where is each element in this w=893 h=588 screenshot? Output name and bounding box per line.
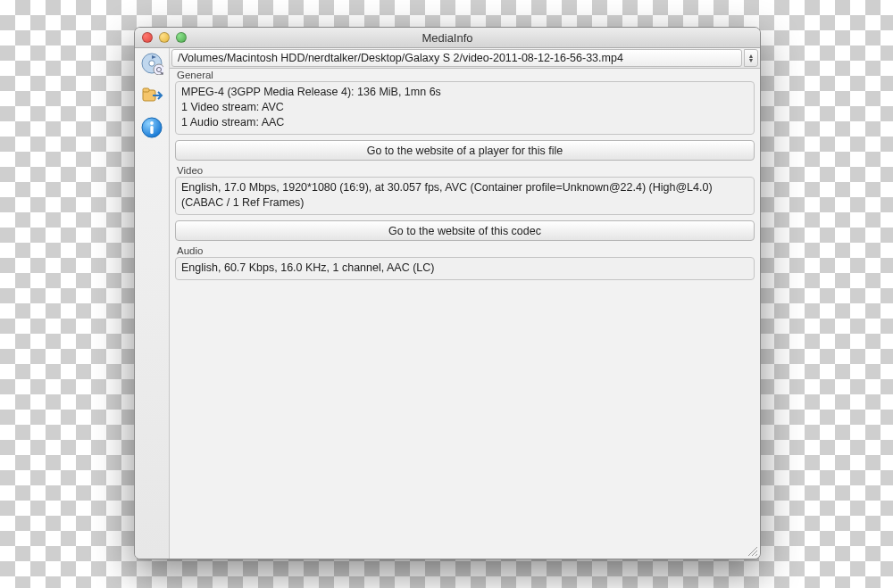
video-line-1: English, 17.0 Mbps, 1920*1080 (16:9), at… — [181, 180, 748, 211]
zoom-button[interactable] — [176, 32, 187, 43]
main-panel: /Volumes/Macintosh HDD/nerdtalker/Deskto… — [170, 48, 760, 559]
svg-line-11 — [755, 554, 757, 556]
file-path-bar: /Volumes/Macintosh HDD/nerdtalker/Deskto… — [170, 48, 760, 69]
svg-point-1 — [149, 61, 154, 66]
export-icon[interactable] — [138, 82, 165, 109]
general-line-2: 1 Video stream: AVC — [181, 100, 748, 115]
file-path-field[interactable]: /Volumes/Macintosh HDD/nerdtalker/Deskto… — [171, 49, 742, 67]
audio-line-1: English, 60.7 Kbps, 16.0 KHz, 1 channel,… — [181, 261, 748, 276]
titlebar: MediaInfo — [135, 28, 760, 48]
window-title: MediaInfo — [135, 31, 760, 45]
media-note-icon[interactable] — [138, 50, 165, 77]
transparency-background: MediaInfo — [0, 0, 893, 588]
audio-section-label: Audio — [170, 244, 760, 257]
general-section-label: General — [170, 69, 760, 81]
mediainfo-window: MediaInfo — [134, 27, 761, 559]
resize-handle[interactable] — [746, 544, 758, 557]
video-section: English, 17.0 Mbps, 1920*1080 (16:9), at… — [175, 177, 755, 215]
video-section-label: Video — [170, 164, 760, 177]
chevron-down-icon: ▼ — [748, 58, 755, 62]
svg-rect-5 — [143, 88, 149, 92]
player-website-button[interactable]: Go to the website of a player for this f… — [175, 140, 755, 161]
general-line-3: 1 Audio stream: AAC — [181, 115, 748, 130]
info-icon[interactable] — [138, 114, 165, 141]
general-line-1: MPEG-4 (3GPP Media Release 4): 136 MiB, … — [181, 85, 748, 100]
minimize-button[interactable] — [159, 32, 170, 43]
close-button[interactable] — [142, 32, 153, 43]
codec-website-button[interactable]: Go to the website of this codec — [175, 220, 755, 241]
content-row: /Volumes/Macintosh HDD/nerdtalker/Deskto… — [135, 48, 760, 559]
audio-section: English, 60.7 Kbps, 16.0 KHz, 1 channel,… — [175, 257, 755, 280]
svg-rect-8 — [150, 126, 153, 134]
sidebar — [135, 48, 170, 559]
window-body: /Volumes/Macintosh HDD/nerdtalker/Deskto… — [135, 48, 760, 559]
general-section: MPEG-4 (3GPP Media Release 4): 136 MiB, … — [175, 81, 755, 135]
file-path-dropdown[interactable]: ▲ ▼ — [744, 49, 758, 67]
window-controls — [142, 32, 187, 43]
svg-point-7 — [150, 121, 154, 125]
